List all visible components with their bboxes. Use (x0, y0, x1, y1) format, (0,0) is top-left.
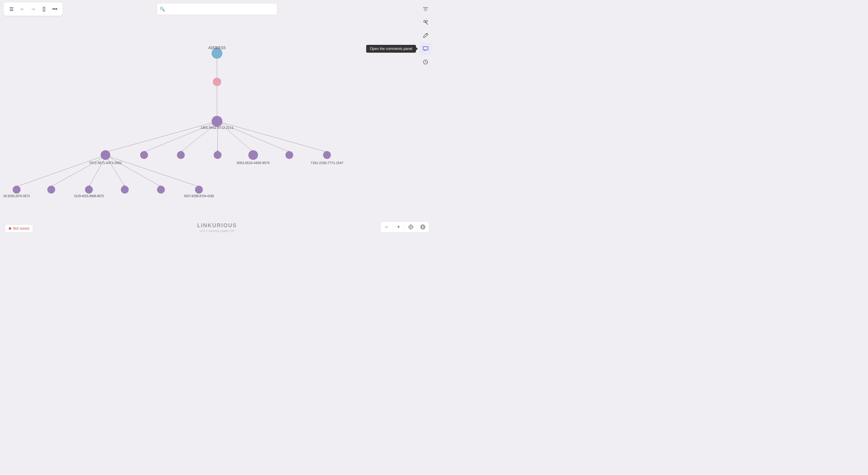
globe-button[interactable] (417, 222, 429, 232)
node-ll4[interactable] (121, 186, 129, 194)
graph-canvas[interactable]: ADDRESS 1301-8462-9712-2111 7472-3971-64… (0, 0, 434, 238)
node-rm1[interactable] (285, 151, 293, 159)
label-left1: 7472-3971-6473-3562 (89, 161, 122, 165)
logo-version: v4.0.7-develop-stable-715 (197, 229, 237, 233)
locate-icon (408, 224, 413, 230)
svg-rect-7 (423, 47, 428, 50)
search-container: 🔍 (157, 3, 277, 15)
label-center: 1301-8462-9712-2111 (201, 126, 234, 129)
edit-button[interactable] (420, 30, 432, 41)
node-ll5[interactable] (157, 186, 165, 194)
node-lm1[interactable] (140, 151, 148, 159)
node-lm3[interactable] (214, 151, 221, 159)
forward-button[interactable]: → (28, 4, 38, 14)
zoom-in-button[interactable]: + (393, 222, 405, 232)
node-ll2[interactable] (47, 186, 55, 194)
svg-line-11 (106, 122, 214, 152)
node-center[interactable] (212, 116, 222, 127)
zoom-controls: − + (380, 221, 429, 233)
svg-line-17 (221, 122, 327, 152)
svg-line-4 (426, 22, 428, 25)
node-ll6[interactable] (195, 186, 203, 194)
logo: LINKURIOUS v4.0.7-develop-stable-715 (197, 223, 237, 233)
zoom-out-button[interactable]: − (381, 222, 393, 232)
search-icon: 🔍 (160, 7, 165, 11)
more-button[interactable]: ••• (50, 4, 60, 14)
label-ll1: 26-9200-2870-0573 (3, 195, 30, 198)
top-toolbar: ☰ ← → [] ••• 🔍 (0, 0, 434, 18)
comments-button-wrapper: Open the comments panel (420, 43, 432, 55)
menu-button[interactable]: ☰ (7, 4, 16, 14)
svg-line-23 (109, 157, 199, 186)
history-icon (423, 59, 429, 65)
node-right2[interactable] (323, 151, 331, 159)
node-lm2[interactable] (177, 151, 185, 159)
node-ll3[interactable] (85, 186, 93, 194)
label-ll3: 3129-4015-8908-8675 (74, 195, 104, 198)
svg-line-5 (426, 34, 427, 35)
comments-icon (423, 46, 429, 52)
locate-button[interactable] (405, 222, 417, 232)
search-input[interactable] (157, 3, 277, 15)
tools-icon (423, 19, 429, 25)
node-left1[interactable] (101, 150, 110, 160)
node-ll1[interactable] (13, 186, 21, 194)
label-right1: 0052-6510-4459-9574 (237, 161, 270, 165)
right-sidebar: Open the comments panel (417, 0, 434, 238)
edit-icon (423, 33, 429, 38)
label-ll6: 0637-8298-8704-4188 (184, 195, 214, 198)
globe-icon (420, 224, 426, 230)
history-button[interactable] (420, 56, 432, 68)
comments-button[interactable] (420, 43, 432, 55)
status-badge: Not saved (5, 224, 33, 233)
label-address: ADDRESS (208, 46, 226, 50)
svg-point-25 (410, 226, 411, 228)
tools-button[interactable] (420, 16, 432, 28)
bracket-button[interactable]: [] (39, 4, 49, 14)
search-wrapper: 🔍 (157, 3, 277, 15)
back-button[interactable]: ← (18, 4, 27, 14)
toolbar-left-group: ☰ ← → [] ••• (4, 2, 63, 15)
status-label: Not saved (13, 226, 29, 231)
filter-button[interactable] (420, 3, 432, 15)
status-dot (9, 227, 11, 230)
logo-text: LINKURIOUS (197, 223, 237, 229)
node-right1[interactable] (248, 150, 258, 160)
node-mid[interactable] (213, 78, 221, 86)
filter-icon (423, 6, 429, 12)
label-right2: 7181-2150-7771-1547 (311, 161, 344, 165)
